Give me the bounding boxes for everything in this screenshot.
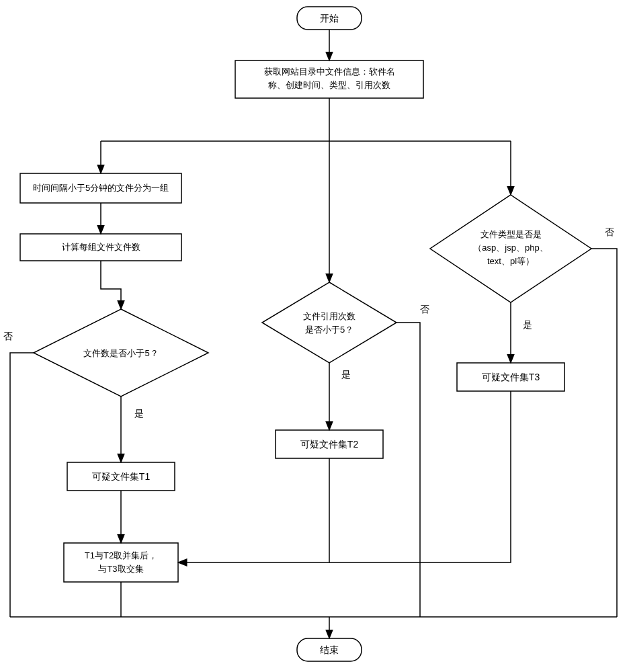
edge-count-dcount: [101, 261, 121, 309]
label-count: 计算每组文件文件数: [62, 242, 140, 252]
node-start: 开始: [297, 7, 362, 30]
flowchart-diagram: 开始 获取网站目录中文件信息：软件名 称、创建时间、类型、引用次数 时间间隔小于…: [0, 0, 629, 672]
label-type-l3: text、pl等）: [487, 256, 534, 266]
node-end: 结束: [297, 638, 362, 661]
label-t2: 可疑文件集T2: [300, 439, 359, 450]
label-type-l1: 文件类型是否是: [480, 229, 542, 239]
svg-marker-7: [262, 282, 396, 363]
svg-rect-6: [64, 543, 178, 582]
label-t1: 可疑文件集T1: [92, 471, 151, 482]
node-set-t1: 可疑文件集T1: [67, 462, 175, 491]
decision-file-type: 文件类型是否是 （asp、jsp、php、 text、pl等）: [430, 195, 591, 302]
label-dcount-yes: 是: [134, 408, 144, 419]
node-combine: T1与T2取并集后， 与T3取交集: [64, 543, 178, 582]
label-decision-count: 文件数是否小于5？: [83, 348, 158, 358]
label-combine-l2: 与T3取交集: [98, 564, 143, 574]
edge-drefs-no: [396, 323, 420, 617]
label-dtype-yes: 是: [523, 319, 532, 330]
node-group-files: 时间间隔小于5分钟的文件分为一组: [20, 173, 181, 203]
node-set-t2: 可疑文件集T2: [276, 430, 383, 458]
label-dcount-no: 否: [3, 331, 13, 341]
label-type-l2: （asp、jsp、php、: [473, 243, 548, 253]
edge-dcount-no: [10, 353, 34, 617]
label-drefs-yes: 是: [341, 369, 351, 380]
label-dtype-no: 否: [605, 226, 614, 237]
label-group: 时间间隔小于5分钟的文件分为一组: [33, 183, 169, 193]
label-combine-l1: T1与T2取并集后，: [85, 550, 157, 560]
label-end: 结束: [320, 644, 339, 655]
edge-dtype-no: [591, 249, 617, 617]
label-fetch-l1: 获取网站目录中文件信息：软件名: [264, 67, 395, 77]
node-set-t3: 可疑文件集T3: [457, 363, 564, 391]
label-t3: 可疑文件集T3: [482, 372, 540, 382]
svg-rect-1: [235, 60, 423, 98]
decision-file-count: 文件数是否小于5？: [34, 309, 208, 396]
label-refs-l2: 是否小于5？: [305, 325, 353, 335]
label-fetch-l2: 称、创建时间、类型、引用次数: [268, 80, 390, 90]
label-start: 开始: [320, 13, 339, 24]
edge-t2-combine: [178, 458, 329, 562]
label-drefs-no: 否: [420, 304, 429, 314]
node-count-files: 计算每组文件文件数: [20, 234, 181, 261]
decision-references: 文件引用次数 是否小于5？: [262, 282, 396, 363]
label-refs-l1: 文件引用次数: [303, 311, 355, 321]
node-fetch-info: 获取网站目录中文件信息：软件名 称、创建时间、类型、引用次数: [235, 60, 423, 98]
